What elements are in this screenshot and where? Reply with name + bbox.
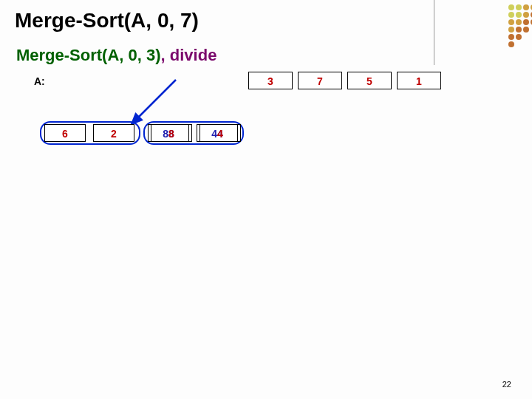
cell-top-4: 3 <box>248 72 293 89</box>
call-text: Merge-Sort(A, 0, 3) <box>16 46 161 64</box>
cell-sub-2: 8 <box>151 124 192 142</box>
deco-dot <box>523 27 529 33</box>
deco-dot <box>508 34 514 40</box>
deco-dot <box>516 34 522 40</box>
deco-dot <box>508 19 514 25</box>
cell-top-3 <box>191 72 235 89</box>
array-label: A: <box>34 75 45 87</box>
cell-top-2 <box>146 72 191 89</box>
cell-top-0 <box>58 72 102 89</box>
deco-dot <box>508 41 514 47</box>
cell-sub-0: 6 <box>44 124 86 142</box>
deco-dot <box>523 12 529 18</box>
cell-top-1 <box>102 72 146 89</box>
deco-dot <box>508 27 514 33</box>
call-line: Merge-Sort(A, 0, 3), divide <box>16 46 216 65</box>
deco-dot <box>516 19 522 25</box>
deco-dot <box>508 4 514 10</box>
deco-dot <box>508 12 514 18</box>
deco-dot <box>516 27 522 33</box>
cell-top-7: 1 <box>397 72 441 89</box>
deco-dot <box>516 4 522 10</box>
deco-dot <box>523 19 529 25</box>
slide-number: 22 <box>502 380 511 389</box>
title-divider <box>434 0 434 65</box>
cell-top-5: 7 <box>298 72 342 89</box>
cell-sub-3: 4 <box>200 124 241 142</box>
slide-title: Merge-Sort(A, 0, 7) <box>15 9 199 33</box>
slide: Merge-Sort(A, 0, 7) Merge-Sort(A, 0, 3),… <box>0 0 532 399</box>
cell-top-6: 5 <box>347 72 392 89</box>
deco-dot <box>516 12 522 18</box>
cell-sub-1: 2 <box>93 124 134 142</box>
deco-dot <box>523 4 529 10</box>
divide-text: , divide <box>161 46 217 64</box>
